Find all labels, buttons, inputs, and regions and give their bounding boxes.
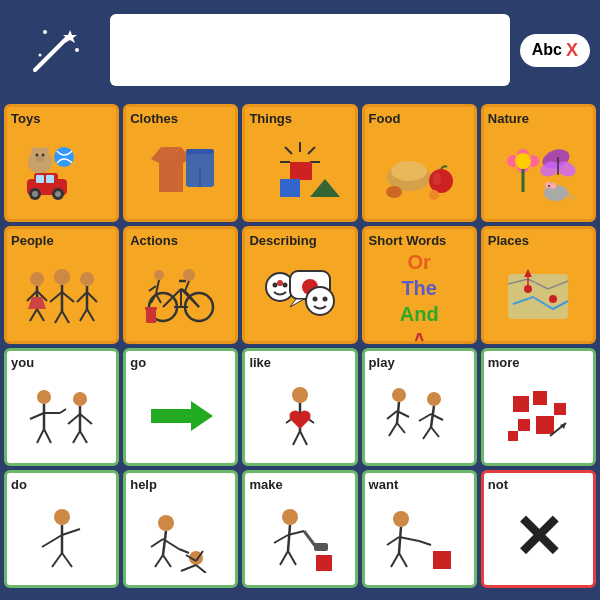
svg-point-176 bbox=[393, 511, 409, 527]
cell-label-toys: Toys bbox=[9, 111, 40, 127]
svg-rect-31 bbox=[290, 162, 312, 180]
sw-the: The bbox=[401, 277, 437, 299]
svg-point-102 bbox=[322, 296, 327, 301]
svg-line-139 bbox=[423, 427, 431, 439]
cell-places[interactable]: Places bbox=[481, 226, 596, 344]
svg-point-94 bbox=[272, 282, 277, 287]
svg-point-11 bbox=[36, 156, 44, 161]
svg-rect-103 bbox=[508, 274, 568, 319]
cell-go[interactable]: go bbox=[123, 348, 238, 466]
make-image bbox=[247, 493, 352, 583]
cell-label-people: People bbox=[9, 233, 54, 249]
svg-rect-25 bbox=[186, 149, 214, 154]
svg-point-12 bbox=[54, 147, 74, 167]
cell-food[interactable]: Food bbox=[362, 104, 477, 222]
svg-line-179 bbox=[399, 537, 419, 541]
cell-label-actions: Actions bbox=[128, 233, 178, 249]
svg-marker-107 bbox=[524, 269, 532, 277]
cell-toys[interactable]: Toys bbox=[4, 104, 119, 222]
svg-line-162 bbox=[151, 539, 163, 547]
cell-things[interactable]: Things bbox=[242, 104, 357, 222]
cell-label-places: Places bbox=[486, 233, 529, 249]
x-symbol: ✕ bbox=[513, 508, 563, 568]
svg-rect-92 bbox=[145, 307, 157, 310]
cell-label-you: you bbox=[9, 355, 34, 371]
svg-point-82 bbox=[183, 269, 195, 281]
svg-line-68 bbox=[62, 311, 69, 323]
cell-help[interactable]: help bbox=[123, 470, 238, 588]
svg-point-39 bbox=[429, 190, 439, 200]
svg-line-29 bbox=[285, 147, 292, 154]
cell-not[interactable]: not ✕ bbox=[481, 470, 596, 588]
cell-you[interactable]: you bbox=[4, 348, 119, 466]
not-image: ✕ bbox=[486, 493, 591, 583]
svg-line-65 bbox=[50, 292, 62, 302]
svg-rect-15 bbox=[36, 175, 44, 183]
svg-line-131 bbox=[387, 411, 397, 419]
abc-clear-button[interactable]: Abc X bbox=[520, 34, 590, 67]
wand-button[interactable] bbox=[10, 10, 100, 90]
svg-line-171 bbox=[280, 551, 288, 565]
svg-line-151 bbox=[42, 535, 62, 547]
svg-line-164 bbox=[179, 549, 189, 553]
svg-rect-91 bbox=[146, 309, 156, 323]
svg-marker-33 bbox=[310, 179, 340, 197]
svg-point-36 bbox=[429, 169, 453, 193]
svg-rect-146 bbox=[554, 403, 566, 415]
cell-nature[interactable]: Nature bbox=[481, 104, 596, 222]
svg-line-165 bbox=[155, 555, 163, 567]
cell-label-not: not bbox=[486, 477, 508, 493]
svg-line-180 bbox=[419, 541, 431, 545]
svg-line-182 bbox=[399, 553, 407, 567]
svg-point-109 bbox=[37, 390, 51, 404]
svg-marker-122 bbox=[151, 401, 213, 431]
svg-point-38 bbox=[386, 186, 402, 198]
svg-line-134 bbox=[397, 423, 405, 433]
svg-point-167 bbox=[282, 509, 298, 525]
svg-line-27 bbox=[308, 147, 315, 154]
cell-want[interactable]: want bbox=[362, 470, 477, 588]
svg-point-37 bbox=[433, 173, 441, 185]
svg-rect-142 bbox=[533, 391, 547, 405]
svg-point-53 bbox=[550, 183, 556, 189]
svg-line-168 bbox=[288, 525, 290, 551]
svg-line-161 bbox=[163, 531, 166, 555]
svg-point-101 bbox=[312, 296, 317, 301]
svg-line-178 bbox=[387, 537, 399, 545]
category-grid: Toys bbox=[0, 100, 600, 592]
cell-short-words[interactable]: Short Words Or The And A bbox=[362, 226, 477, 344]
cell-play[interactable]: play bbox=[362, 348, 477, 466]
cell-more[interactable]: more bbox=[481, 348, 596, 466]
food-image bbox=[367, 127, 472, 217]
svg-line-73 bbox=[80, 309, 87, 321]
places-image bbox=[486, 249, 591, 339]
cell-label-short-words: Short Words bbox=[367, 233, 447, 249]
cell-label-food: Food bbox=[367, 111, 401, 127]
cell-people[interactable]: People bbox=[4, 226, 119, 344]
cell-label-like: like bbox=[247, 355, 271, 371]
help-image bbox=[128, 493, 233, 583]
cell-label-make: make bbox=[247, 477, 282, 493]
svg-line-55 bbox=[568, 193, 574, 199]
cell-make[interactable]: make bbox=[242, 470, 357, 588]
cell-like[interactable]: like bbox=[242, 348, 357, 466]
do-image bbox=[9, 493, 114, 583]
svg-marker-62 bbox=[28, 297, 46, 309]
toys-image bbox=[9, 127, 114, 217]
describing-image bbox=[247, 249, 352, 339]
svg-line-115 bbox=[44, 429, 51, 443]
svg-point-9 bbox=[35, 153, 38, 156]
like-image bbox=[247, 371, 352, 461]
svg-line-118 bbox=[68, 414, 80, 424]
people-image bbox=[9, 249, 114, 339]
svg-line-140 bbox=[431, 427, 439, 437]
cell-actions[interactable]: Actions bbox=[123, 226, 238, 344]
cell-clothes[interactable]: Clothes bbox=[123, 104, 238, 222]
svg-line-152 bbox=[62, 529, 80, 535]
svg-line-166 bbox=[163, 555, 171, 567]
close-icon: X bbox=[566, 40, 578, 61]
svg-line-77 bbox=[163, 289, 181, 307]
cell-describing[interactable]: Describing bbox=[242, 226, 357, 344]
cell-do[interactable]: do bbox=[4, 470, 119, 588]
svg-line-121 bbox=[80, 431, 87, 443]
